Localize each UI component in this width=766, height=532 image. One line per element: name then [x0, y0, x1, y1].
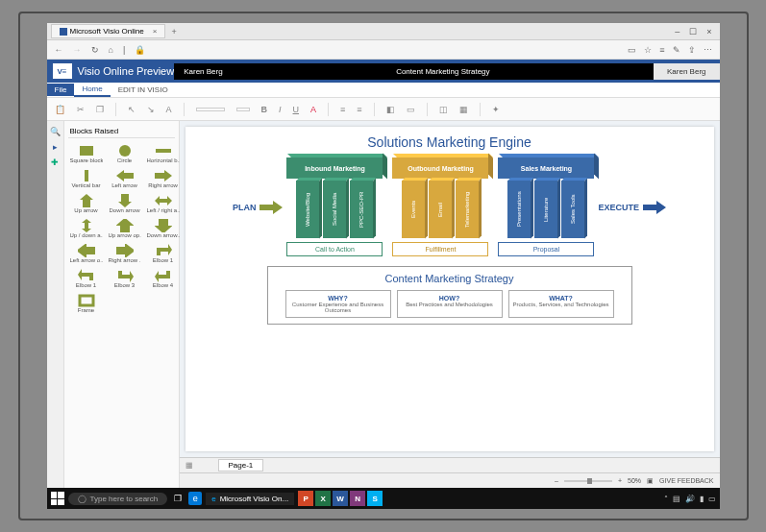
shape-icon	[116, 244, 134, 257]
svg-rect-2	[156, 149, 171, 153]
connector-tool-icon[interactable]: ↘	[147, 105, 155, 114]
canvas-page[interactable]: Solutions Marketing Engine PLAN Inbound …	[185, 127, 714, 451]
paste-icon[interactable]: 📋	[55, 105, 65, 114]
shape-stencil[interactable]: Up / down a...	[68, 217, 105, 240]
line-color-icon[interactable]: ▭	[407, 105, 415, 114]
task-view-icon[interactable]: ❐	[171, 492, 185, 505]
shape-stencil[interactable]: Right arrow	[145, 167, 182, 190]
shape-stencil[interactable]: Right arrow ...	[107, 242, 143, 265]
shape-stencil[interactable]: Down arrow	[107, 192, 143, 215]
start-button[interactable]	[51, 492, 64, 505]
shape-stencil[interactable]: Up arrow	[68, 192, 105, 215]
taskbar-search[interactable]: ◯ Type here to search	[68, 493, 168, 505]
give-feedback-button[interactable]: GIVE FEEDBACK	[659, 477, 713, 484]
shape-label: Left arrow o...	[70, 257, 103, 263]
shape-stencil[interactable]: Circle	[107, 142, 143, 165]
page-tab[interactable]: Page-1	[218, 459, 264, 472]
notifications-icon[interactable]: ▭	[708, 495, 716, 503]
user-right[interactable]: Karen Berg	[654, 63, 719, 80]
text-tool-icon[interactable]: A	[166, 105, 172, 114]
align-left-icon[interactable]: ≡	[340, 105, 345, 114]
fill-color-icon[interactable]: ◧	[386, 105, 395, 114]
minimize-icon[interactable]: –	[675, 27, 680, 36]
user-left[interactable]: Karen Berg	[174, 63, 232, 80]
tab-edit-in-visio[interactable]: EDIT IN VISIO	[111, 84, 176, 96]
home-icon[interactable]: ⌂	[109, 45, 113, 55]
shape-stencil[interactable]: Up arrow op...	[107, 217, 143, 240]
tab-home[interactable]: Home	[74, 83, 110, 97]
edge-icon[interactable]: e	[188, 492, 202, 505]
cut-icon[interactable]: ✂	[77, 105, 85, 114]
back-icon[interactable]: ←	[55, 45, 63, 55]
align-center-icon[interactable]: ≡	[357, 105, 361, 114]
shape-stencil[interactable]: Left / right a...	[145, 192, 182, 215]
shape-label: Down arrow...	[147, 232, 180, 238]
share-icon[interactable]: ⇪	[688, 45, 696, 55]
taskbar-app-icon[interactable]: W	[333, 491, 348, 506]
shape-stencil[interactable]: Elbow 1	[68, 267, 105, 290]
shape-stencil[interactable]: Down arrow...	[145, 217, 182, 240]
zoom-slider[interactable]	[564, 480, 612, 482]
browser-tab[interactable]: Microsoft Visio Online ×	[51, 24, 166, 38]
fit-page-icon[interactable]: ▣	[647, 477, 654, 485]
copy-icon[interactable]: ❐	[96, 105, 104, 114]
volume-icon[interactable]: 🔊	[685, 495, 695, 503]
tray-up-icon[interactable]: ˄	[664, 495, 668, 503]
font-color-icon[interactable]: A	[310, 105, 316, 114]
zoom-out-icon[interactable]: –	[555, 477, 558, 484]
shape-stencil[interactable]: Vertical bar	[68, 167, 105, 190]
battery-icon[interactable]: ▮	[700, 495, 704, 503]
taskbar-app-icon[interactable]: X	[315, 491, 331, 506]
svg-marker-8	[155, 196, 172, 206]
shape-icon	[116, 219, 134, 232]
all-pages-icon[interactable]: ▦	[180, 461, 199, 470]
refresh-icon[interactable]: ↻	[91, 45, 99, 55]
shape-stencil[interactable]: Elbow 4	[145, 267, 182, 290]
font-size-select[interactable]	[236, 108, 250, 111]
shape-stencil[interactable]: Square block	[68, 142, 105, 165]
shape-label: Elbow 1	[70, 282, 103, 288]
taskbar-app-icon[interactable]: N	[350, 491, 365, 506]
taskbar-app-icon[interactable]: S	[367, 491, 383, 506]
underline-button[interactable]: U	[293, 105, 300, 114]
arrange-icon[interactable]: ◫	[439, 105, 448, 114]
diagram-column: Inbound Marketing Website/BlogSocial Med…	[286, 157, 383, 256]
italic-button[interactable]: I	[279, 105, 282, 114]
shape-stencil[interactable]: Left arrow	[107, 167, 143, 190]
maximize-icon[interactable]: ☐	[689, 27, 697, 36]
close-window-icon[interactable]: ×	[706, 27, 711, 36]
shapes-panel-header[interactable]: Blocks Raised	[68, 125, 175, 138]
star-icon[interactable]: ☆	[644, 45, 652, 55]
more-icon[interactable]: ⋯	[704, 45, 712, 55]
reading-list-icon[interactable]: ≡	[659, 45, 664, 55]
shape-stencil[interactable]: Elbow 3	[107, 267, 143, 290]
taskbar-app-edge[interactable]: eMicrosoft Visio On...	[206, 493, 294, 505]
wifi-icon[interactable]: ▤	[673, 495, 680, 503]
notes-icon[interactable]: ✎	[673, 45, 680, 55]
pointer-tool-icon[interactable]: ↖	[128, 105, 136, 114]
zoom-in-icon[interactable]: +	[618, 477, 622, 484]
close-tab-icon[interactable]: ×	[153, 27, 158, 36]
new-tab-button[interactable]: +	[165, 25, 182, 38]
shape-stencil[interactable]: Left arrow o...	[68, 242, 105, 265]
styles-icon[interactable]: ✦	[492, 105, 500, 114]
svg-marker-15	[259, 201, 283, 214]
pillar-block: Website/Blog	[296, 181, 319, 238]
forward-icon[interactable]: →	[73, 45, 82, 55]
shape-stencil[interactable]: Elbow 1	[145, 242, 182, 265]
taskbar-app-title: Microsoft Visio On...	[220, 495, 288, 503]
svg-marker-16	[643, 201, 666, 214]
bring-front-icon[interactable]: ▦	[459, 105, 468, 114]
tab-file[interactable]: File	[47, 84, 75, 96]
column-footer: Proposal	[498, 242, 594, 256]
search-shapes-icon[interactable]: 🔍	[50, 127, 61, 136]
bold-button[interactable]: B	[261, 105, 268, 114]
more-shapes-icon[interactable]: ▸	[53, 142, 58, 152]
add-shapes-icon[interactable]: ✚	[51, 157, 59, 167]
font-select[interactable]	[196, 108, 225, 111]
shape-stencil[interactable]: Horizontal b...	[145, 142, 182, 165]
reading-icon[interactable]: ▭	[628, 45, 636, 55]
taskbar-app-icon[interactable]: P	[298, 491, 313, 506]
pillar-block: Email	[429, 181, 452, 238]
shape-stencil[interactable]: Frame	[68, 292, 105, 315]
